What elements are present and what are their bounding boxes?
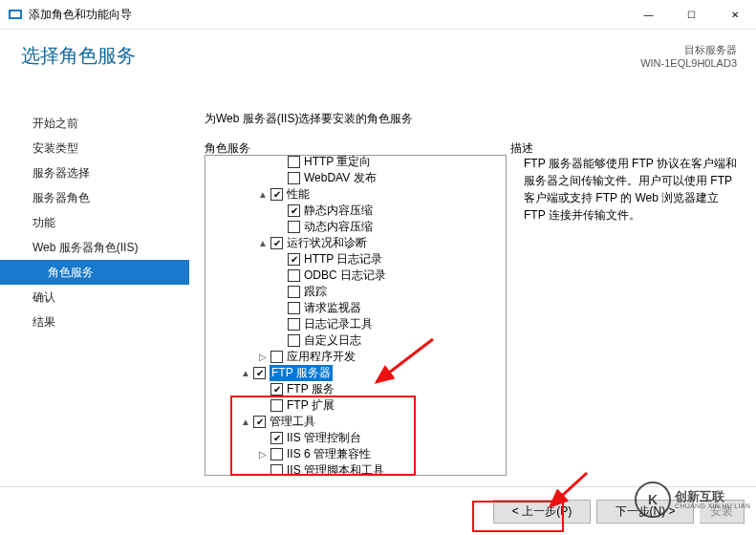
tree-item[interactable]: 跟踪 — [205, 284, 506, 300]
tree-item[interactable]: ODBC 日志记录 — [205, 268, 506, 284]
tree-item-label: HTTP 日志记录 — [304, 251, 382, 268]
titlebar: 添加角色和功能向导 — ☐ ✕ — [0, 0, 756, 30]
collapse-icon[interactable]: ▲ — [257, 189, 269, 200]
checkbox[interactable] — [288, 253, 300, 266]
checkbox[interactable] — [288, 204, 300, 217]
watermark-logo: K — [635, 482, 671, 518]
destination-value: WIN-1EQL9H0LAD3 — [640, 57, 737, 69]
watermark-subtext: CHUANG XIN HU LIAN — [675, 503, 750, 509]
tree-item-label: 运行状况和诊断 — [287, 235, 367, 251]
tree-item[interactable]: ▲运行状况和诊断 — [205, 235, 506, 251]
tree-item-label: HTTP 重定向 — [304, 155, 371, 170]
tree-item-label: ODBC 日志记录 — [304, 268, 386, 284]
checkbox[interactable] — [270, 464, 283, 476]
close-button[interactable]: ✕ — [713, 0, 756, 29]
checkbox[interactable] — [270, 351, 283, 363]
tree-item[interactable]: ▲FTP 服务器 — [205, 365, 506, 381]
collapse-icon[interactable]: ▲ — [240, 417, 251, 427]
page-title: 选择角色服务 — [21, 43, 737, 69]
wizard-nav: 开始之前安装类型服务器选择服务器角色功能Web 服务器角色(IIS)角色服务确认… — [0, 97, 189, 487]
tree-item-label: IIS 管理脚本和工具 — [287, 462, 384, 476]
tree-item-label: FTP 服务器 — [270, 365, 333, 381]
main-content: 为Web 服务器(IIS)选择要安装的角色服务 角色服务 描述 HTTP 重定向… — [189, 97, 756, 487]
tree-item[interactable]: ▲管理工具 — [205, 414, 506, 430]
instruction-text: 为Web 服务器(IIS)选择要安装的角色服务 — [205, 111, 745, 127]
tree-item-label: 自定义日志 — [304, 332, 361, 349]
nav-item[interactable]: 功能 — [0, 210, 189, 235]
tree-item[interactable]: 日志记录工具 — [205, 316, 506, 332]
nav-item[interactable]: 开始之前 — [0, 111, 189, 136]
tree-item[interactable]: WebDAV 发布 — [205, 170, 506, 186]
tree-item-label: FTP 扩展 — [287, 397, 335, 414]
role-services-tree[interactable]: HTTP 重定向WebDAV 发布▲性能静态内容压缩动态内容压缩▲运行状况和诊断… — [205, 155, 507, 476]
tree-item[interactable]: 请求监视器 — [205, 300, 506, 316]
tree-item-label: 应用程序开发 — [287, 349, 356, 365]
tree-item[interactable]: 自定义日志 — [205, 332, 506, 349]
window-controls: — ☐ ✕ — [627, 0, 756, 29]
checkbox[interactable] — [270, 448, 283, 460]
checkbox[interactable] — [270, 383, 283, 396]
tree-item-label: 动态内容压缩 — [304, 219, 373, 235]
tree-item[interactable]: 动态内容压缩 — [205, 219, 506, 235]
collapse-icon[interactable]: ▲ — [257, 238, 269, 248]
app-icon — [8, 7, 23, 22]
tree-item[interactable]: FTP 服务 — [205, 381, 506, 397]
checkbox[interactable] — [288, 286, 300, 298]
svg-rect-1 — [11, 11, 20, 17]
nav-item[interactable]: 角色服务 — [0, 260, 189, 285]
nav-item[interactable]: 服务器选择 — [0, 160, 189, 185]
tree-item-label: 跟踪 — [304, 284, 327, 300]
checkbox[interactable] — [288, 172, 300, 184]
tree-item-label: 请求监视器 — [304, 300, 361, 316]
tree-item-label: 性能 — [287, 186, 310, 203]
nav-item[interactable]: 结果 — [0, 310, 189, 334]
previous-button[interactable]: < 上一步(P) — [493, 500, 591, 524]
checkbox[interactable] — [253, 416, 266, 428]
tree-item-label: WebDAV 发布 — [304, 170, 377, 186]
checkbox[interactable] — [288, 269, 300, 282]
nav-item[interactable]: Web 服务器角色(IIS) — [0, 235, 189, 260]
tree-item[interactable]: IIS 管理脚本和工具 — [205, 462, 506, 476]
checkbox[interactable] — [270, 432, 283, 444]
nav-item[interactable]: 安装类型 — [0, 136, 189, 160]
tree-item[interactable]: IIS 管理控制台 — [205, 430, 506, 446]
body: 开始之前安装类型服务器选择服务器角色功能Web 服务器角色(IIS)角色服务确认… — [0, 97, 756, 487]
tree-item-label: FTP 服务 — [287, 381, 335, 397]
destination-label: 目标服务器 — [640, 43, 737, 57]
checkbox[interactable] — [288, 318, 300, 331]
tree-item-label: IIS 管理控制台 — [287, 430, 361, 446]
destination-server: 目标服务器 WIN-1EQL9H0LAD3 — [640, 43, 737, 69]
nav-item[interactable]: 服务器角色 — [0, 185, 189, 210]
header: 选择角色服务 目标服务器 WIN-1EQL9H0LAD3 — [0, 30, 756, 104]
collapse-icon[interactable]: ▲ — [240, 368, 251, 378]
tree-item-label: 日志记录工具 — [304, 316, 373, 332]
watermark-text: 创新互联 — [675, 490, 750, 503]
watermark: K 创新互联 CHUANG XIN HU LIAN — [635, 482, 750, 518]
checkbox[interactable] — [288, 334, 300, 347]
checkbox[interactable] — [253, 367, 266, 379]
tree-item[interactable]: FTP 扩展 — [205, 397, 506, 414]
tree-item[interactable]: ▷应用程序开发 — [205, 349, 506, 365]
checkbox[interactable] — [288, 221, 300, 233]
checkbox[interactable] — [270, 237, 283, 249]
tree-item-label: 静态内容压缩 — [304, 203, 373, 219]
checkbox[interactable] — [288, 156, 300, 168]
tree-item-label: IIS 6 管理兼容性 — [287, 446, 371, 462]
expand-icon[interactable]: ▷ — [257, 449, 269, 460]
checkbox[interactable] — [270, 188, 283, 201]
tree-item-label: 管理工具 — [270, 414, 315, 430]
expand-icon[interactable]: ▷ — [257, 352, 269, 362]
tree-item[interactable]: HTTP 重定向 — [205, 155, 506, 170]
nav-item[interactable]: 确认 — [0, 285, 189, 310]
description-text: FTP 服务器能够使用 FTP 协议在客户端和服务器之间传输文件。用户可以使用 … — [524, 155, 743, 224]
tree-item[interactable]: HTTP 日志记录 — [205, 251, 506, 268]
maximize-button[interactable]: ☐ — [670, 0, 713, 29]
checkbox[interactable] — [288, 302, 300, 314]
tree-item[interactable]: ▷IIS 6 管理兼容性 — [205, 446, 506, 462]
tree-item[interactable]: ▲性能 — [205, 186, 506, 203]
checkbox[interactable] — [270, 399, 283, 412]
window-title: 添加角色和功能向导 — [29, 7, 627, 23]
minimize-button[interactable]: — — [627, 0, 670, 29]
tree-item[interactable]: 静态内容压缩 — [205, 203, 506, 219]
